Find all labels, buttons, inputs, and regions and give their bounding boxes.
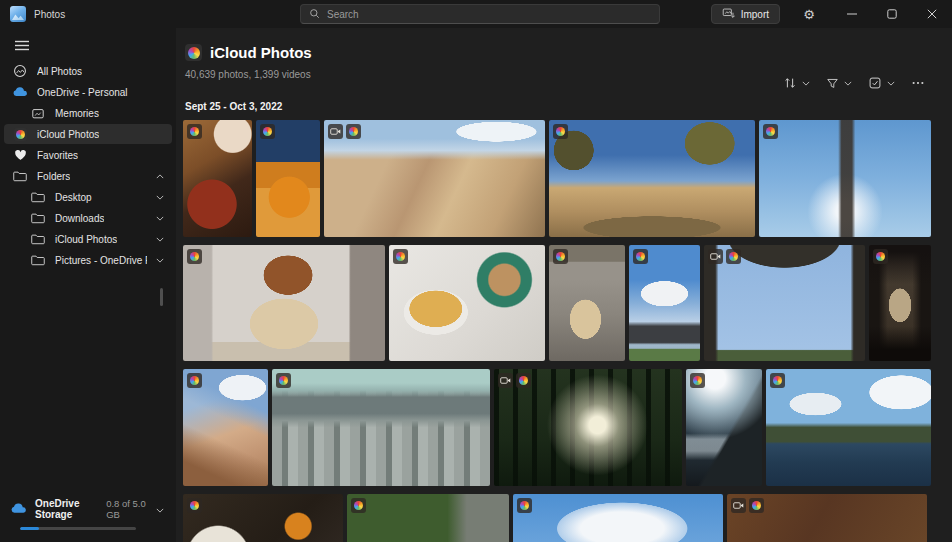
sidebar-item-label: Memories bbox=[55, 108, 99, 119]
import-label: Import bbox=[741, 9, 769, 20]
chevron-up-icon[interactable] bbox=[156, 174, 164, 179]
photo-tile-r4t2[interactable] bbox=[347, 494, 509, 542]
import-button[interactable]: Import bbox=[711, 4, 780, 24]
sidebar-item-folders[interactable]: Folders bbox=[4, 166, 172, 186]
video-badge-icon bbox=[498, 373, 513, 388]
sidebar-item-label: Downloads bbox=[55, 213, 104, 224]
search-input[interactable] bbox=[327, 9, 651, 20]
tile-badges bbox=[731, 498, 764, 513]
photo-tile-r3t1[interactable] bbox=[183, 369, 268, 486]
photo-tile-r2t4[interactable] bbox=[629, 245, 700, 361]
video-badge-icon bbox=[731, 498, 746, 513]
icloud-badge-icon bbox=[393, 249, 408, 264]
icloud-badge-icon bbox=[187, 124, 202, 139]
sidebar-item-downloads[interactable]: Downloads bbox=[4, 208, 172, 228]
tile-badges bbox=[633, 249, 648, 264]
icloud-badge-icon bbox=[517, 498, 532, 513]
photo-tile-r1t4[interactable] bbox=[549, 120, 755, 237]
chevron-down-icon[interactable] bbox=[156, 504, 164, 515]
sidebar-item-desktop[interactable]: Desktop bbox=[4, 187, 172, 207]
main-content: iCloud Photos 40,639 photos, 1,399 video… bbox=[176, 28, 952, 542]
sidebar-item-icloud-photos-folder[interactable]: iCloud Photos bbox=[4, 229, 172, 249]
tile-badges bbox=[393, 249, 408, 264]
sidebar: All PhotosOneDrive - PersonalMemoriesiCl… bbox=[0, 28, 176, 542]
storage-label: OneDrive Storage bbox=[35, 498, 98, 520]
titlebar-actions: Import ⚙ bbox=[711, 0, 952, 28]
sidebar-item-label: OneDrive - Personal bbox=[37, 87, 128, 98]
icloud-badge-icon bbox=[763, 124, 778, 139]
tile-badges bbox=[260, 124, 275, 139]
icloud-badge-icon bbox=[633, 249, 648, 264]
photo-tile-r3t3[interactable] bbox=[494, 369, 682, 486]
video-badge-icon bbox=[708, 249, 723, 264]
photo-tile-r3t4[interactable] bbox=[686, 369, 762, 486]
chevron-down-icon bbox=[887, 81, 895, 86]
close-button[interactable] bbox=[912, 0, 952, 28]
photo-tile-r3t2[interactable] bbox=[272, 369, 490, 486]
sidebar-nav: All PhotosOneDrive - PersonalMemoriesiCl… bbox=[0, 60, 176, 271]
photo-tile-r2t2[interactable] bbox=[389, 245, 545, 361]
tile-badges bbox=[763, 124, 778, 139]
sidebar-item-memories[interactable]: Memories bbox=[4, 103, 172, 123]
icloud-badge-icon bbox=[770, 373, 785, 388]
photo-tile-r2t1[interactable] bbox=[183, 245, 385, 361]
tile-badges bbox=[553, 124, 568, 139]
settings-button[interactable]: ⚙ bbox=[794, 2, 824, 26]
import-icon bbox=[722, 7, 735, 22]
chevron-down-icon[interactable] bbox=[156, 195, 164, 200]
sidebar-item-label: iCloud Photos bbox=[37, 129, 99, 140]
sidebar-scrollbar[interactable] bbox=[160, 288, 163, 306]
photo-row bbox=[183, 369, 952, 486]
sidebar-item-onedrive-personal[interactable]: OneDrive - Personal bbox=[4, 82, 172, 102]
video-badge-icon bbox=[328, 124, 343, 139]
memories-icon bbox=[30, 107, 46, 120]
more-options-button[interactable] bbox=[906, 72, 930, 94]
chevron-down-icon[interactable] bbox=[156, 237, 164, 242]
titlebar: Photos Import ⚙ bbox=[0, 0, 952, 28]
photo-tile-r1t1[interactable] bbox=[183, 120, 252, 237]
photo-tile-r3t5[interactable] bbox=[766, 369, 931, 486]
icloud-badge-icon bbox=[351, 498, 366, 513]
tile-badges bbox=[187, 498, 202, 513]
photo-tile-r4t3[interactable] bbox=[513, 494, 723, 542]
sidebar-item-icloud-photos[interactable]: iCloud Photos bbox=[4, 124, 172, 144]
tile-badges bbox=[517, 498, 532, 513]
chevron-down-icon[interactable] bbox=[156, 216, 164, 221]
sidebar-item-label: Desktop bbox=[55, 192, 92, 203]
settings-gear-icon: ⚙ bbox=[803, 7, 815, 22]
folder-icon bbox=[30, 212, 46, 224]
sidebar-item-favorites[interactable]: Favorites bbox=[4, 145, 172, 165]
tile-badges bbox=[351, 498, 366, 513]
photo-tile-r2t5[interactable] bbox=[704, 245, 865, 361]
photo-tile-r1t3[interactable] bbox=[324, 120, 545, 237]
icloud-icon bbox=[12, 128, 28, 141]
photo-row bbox=[183, 494, 952, 542]
tile-badges bbox=[187, 373, 202, 388]
sidebar-item-all-photos[interactable]: All Photos bbox=[4, 61, 172, 81]
chevron-down-icon[interactable] bbox=[156, 258, 164, 263]
minimize-button[interactable] bbox=[832, 0, 872, 28]
sort-button[interactable] bbox=[778, 72, 815, 94]
photo-tile-r2t3[interactable] bbox=[549, 245, 625, 361]
navigation-menu-button[interactable] bbox=[8, 36, 36, 54]
tile-badges bbox=[708, 249, 741, 264]
heart-icon bbox=[12, 149, 28, 161]
photo-tile-r1t5[interactable] bbox=[759, 120, 931, 237]
photo-tile-r4t1[interactable] bbox=[183, 494, 343, 542]
photo-tile-r1t2[interactable] bbox=[256, 120, 320, 237]
photo-tile-r4t4[interactable] bbox=[727, 494, 927, 542]
tile-badges bbox=[873, 249, 888, 264]
filter-button[interactable] bbox=[821, 73, 857, 94]
select-button[interactable] bbox=[863, 72, 900, 94]
icloud-photos-icon bbox=[185, 44, 202, 61]
icloud-badge-icon bbox=[187, 498, 202, 513]
search-box[interactable] bbox=[300, 4, 660, 24]
tile-badges bbox=[328, 124, 361, 139]
icloud-badge-icon bbox=[749, 498, 764, 513]
photos-app-icon bbox=[10, 6, 26, 22]
maximize-button[interactable] bbox=[872, 0, 912, 28]
photo-tile-r2t6[interactable] bbox=[869, 245, 931, 361]
sidebar-item-pictures-onedrive[interactable]: Pictures - OneDrive Personal bbox=[4, 250, 172, 270]
folder-icon bbox=[12, 170, 28, 182]
sidebar-item-label: Pictures - OneDrive Personal bbox=[55, 255, 147, 266]
